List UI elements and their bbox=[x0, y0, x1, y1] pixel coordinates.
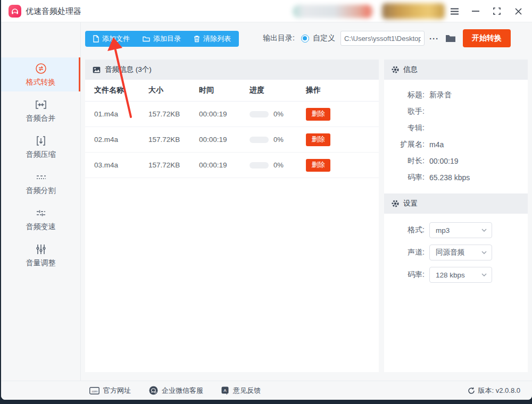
setting-row-channel: 声道: 同源音频 bbox=[384, 245, 528, 260]
maximize-icon[interactable] bbox=[489, 4, 504, 18]
browse-more-button[interactable]: ··· bbox=[429, 34, 439, 43]
col-progress: 进度 bbox=[250, 86, 306, 95]
info-row-duration: 时长: 00:00:19 bbox=[384, 153, 528, 169]
sidebar-item-label: 音频压缩 bbox=[26, 150, 56, 159]
sidebar-item-label: 音频合并 bbox=[26, 114, 56, 123]
sidebar-item-label: 音频变速 bbox=[26, 222, 56, 232]
chevron-down-icon bbox=[481, 251, 487, 254]
setting-row-format: 格式: mp3 bbox=[384, 222, 528, 238]
audio-compress-icon bbox=[35, 134, 47, 147]
app-window: 优速音频处理器 添加文件 bbox=[1, 0, 532, 400]
format-convert-icon bbox=[35, 62, 47, 75]
menu-icon[interactable] bbox=[447, 4, 462, 18]
cell-progress: 0% bbox=[250, 161, 306, 169]
feedback-label: 意见反馈 bbox=[233, 386, 261, 395]
progress-bar bbox=[250, 162, 269, 169]
channel-select[interactable]: 同源音频 bbox=[429, 245, 492, 260]
audio-list-panel: 音频信息 (3个) 文件名称 大小 时间 进度 操作 01.m4a 157.72… bbox=[85, 60, 379, 372]
custom-radio-label: 自定义 bbox=[313, 33, 335, 43]
refresh-icon[interactable] bbox=[468, 387, 475, 394]
progress-text: 0% bbox=[273, 161, 284, 169]
chevron-down-icon bbox=[481, 229, 487, 232]
svg-text:A: A bbox=[223, 388, 227, 393]
version-label: 版本: v2.0.8.0 bbox=[478, 386, 520, 395]
official-website-link[interactable]: .com 官方网址 bbox=[89, 386, 131, 395]
delete-button[interactable]: 删除 bbox=[306, 159, 330, 172]
footer-bar: .com 官方网址 企业微信客服 A 意见反馈 bbox=[1, 381, 532, 400]
website-icon: .com bbox=[89, 387, 99, 394]
audio-split-icon bbox=[35, 171, 47, 183]
volume-adjust-icon bbox=[35, 243, 47, 256]
info-row-bitrate: 码率: 65.238 kbps bbox=[384, 169, 528, 186]
minimize-icon[interactable] bbox=[468, 4, 483, 18]
wechat-support-link[interactable]: 企业微信客服 bbox=[149, 386, 203, 395]
format-select[interactable]: mp3 bbox=[429, 222, 492, 238]
info-panel-header: 信息 bbox=[384, 60, 528, 80]
file-actions-group: 添加文件 添加目录 清除列表 bbox=[85, 31, 239, 47]
progress-text: 0% bbox=[273, 136, 284, 144]
sidebar-item-audio-split[interactable]: 音频分割 bbox=[1, 166, 80, 200]
cell-time: 00:00:19 bbox=[199, 161, 250, 169]
cell-time: 00:00:19 bbox=[199, 136, 250, 144]
sidebar-item-format-convert[interactable]: 格式转换 bbox=[1, 57, 80, 91]
chat-icon bbox=[149, 386, 158, 395]
audio-speed-icon bbox=[35, 207, 47, 220]
table-row: 01.m4a 157.72KB 00:00:19 0% 删除 bbox=[85, 102, 379, 127]
audio-merge-icon bbox=[35, 98, 47, 111]
delete-button[interactable]: 删除 bbox=[306, 133, 330, 146]
bitrate-select[interactable]: 128 kbps bbox=[429, 267, 492, 283]
info-settings-panel: 信息 标题: 新录音 歌手: 专辑: 扩展名: m4a 时长: 00:00:19 bbox=[384, 60, 528, 372]
feedback-link[interactable]: A 意见反馈 bbox=[221, 386, 261, 395]
folder-icon bbox=[143, 36, 150, 42]
cell-progress: 0% bbox=[250, 136, 306, 144]
cell-size: 157.72KB bbox=[148, 136, 199, 144]
info-row-extension: 扩展名: m4a bbox=[384, 136, 528, 153]
progress-text: 0% bbox=[273, 110, 284, 118]
sidebar-item-volume-adjust[interactable]: 音量调整 bbox=[1, 238, 80, 272]
image-icon bbox=[93, 66, 101, 73]
cell-progress: 0% bbox=[250, 110, 306, 118]
add-file-button[interactable]: 添加文件 bbox=[87, 31, 136, 47]
open-folder-icon[interactable] bbox=[445, 34, 456, 43]
progress-bar bbox=[250, 111, 269, 117]
sidebar-item-label: 格式转换 bbox=[26, 78, 56, 87]
sidebar-item-label: 音频分割 bbox=[26, 186, 56, 196]
cell-size: 157.72KB bbox=[148, 110, 199, 118]
custom-radio[interactable] bbox=[301, 35, 309, 43]
progress-bar bbox=[250, 137, 269, 143]
feedback-icon: A bbox=[221, 386, 229, 395]
start-convert-button[interactable]: 开始转换 bbox=[463, 29, 511, 47]
output-path-input[interactable] bbox=[340, 31, 425, 46]
clear-list-button[interactable]: 清除列表 bbox=[187, 31, 237, 47]
gear-icon bbox=[392, 200, 399, 207]
version-info: 版本: v2.0.8.0 bbox=[468, 386, 520, 395]
output-directory-row: 输出目录: 自定义 ··· bbox=[263, 29, 456, 47]
col-time: 时间 bbox=[199, 86, 250, 95]
cell-time: 00:00:19 bbox=[199, 110, 250, 118]
col-action: 操作 bbox=[306, 86, 379, 95]
settings-panel-title: 设置 bbox=[403, 199, 418, 208]
sidebar-item-audio-compress[interactable]: 音频压缩 bbox=[1, 130, 80, 164]
sidebar-item-label: 音量调整 bbox=[26, 258, 56, 268]
cell-filename: 02.m4a bbox=[94, 136, 148, 144]
info-row-title: 标题: 新录音 bbox=[384, 87, 528, 103]
setting-row-bitrate: 码率: 128 kbps bbox=[384, 267, 528, 283]
close-icon[interactable] bbox=[511, 4, 526, 18]
add-directory-label: 添加目录 bbox=[153, 34, 181, 44]
app-title: 优速音频处理器 bbox=[26, 0, 81, 22]
info-fields: 标题: 新录音 歌手: 专辑: 扩展名: m4a 时长: 00:00:19 码率… bbox=[384, 80, 528, 186]
sidebar-item-audio-speed[interactable]: 音频变速 bbox=[1, 202, 80, 236]
clear-list-label: 清除列表 bbox=[203, 34, 231, 44]
audio-list-panel-title: 音频信息 (3个) bbox=[105, 65, 152, 74]
col-filename: 文件名称 bbox=[94, 86, 148, 95]
col-size: 大小 bbox=[148, 86, 199, 95]
file-icon bbox=[93, 35, 99, 43]
delete-button[interactable]: 删除 bbox=[306, 108, 330, 121]
settings-fields: 格式: mp3 声道: 同源音频 码率: 128 kbps bbox=[384, 214, 528, 283]
trash-icon bbox=[194, 35, 200, 43]
cell-filename: 03.m4a bbox=[94, 161, 148, 169]
table-row: 02.m4a 157.72KB 00:00:19 0% 删除 bbox=[85, 127, 379, 153]
sidebar-item-audio-merge[interactable]: 音频合并 bbox=[1, 94, 80, 128]
add-directory-button[interactable]: 添加目录 bbox=[136, 31, 187, 47]
official-website-label: 官方网址 bbox=[103, 386, 131, 395]
